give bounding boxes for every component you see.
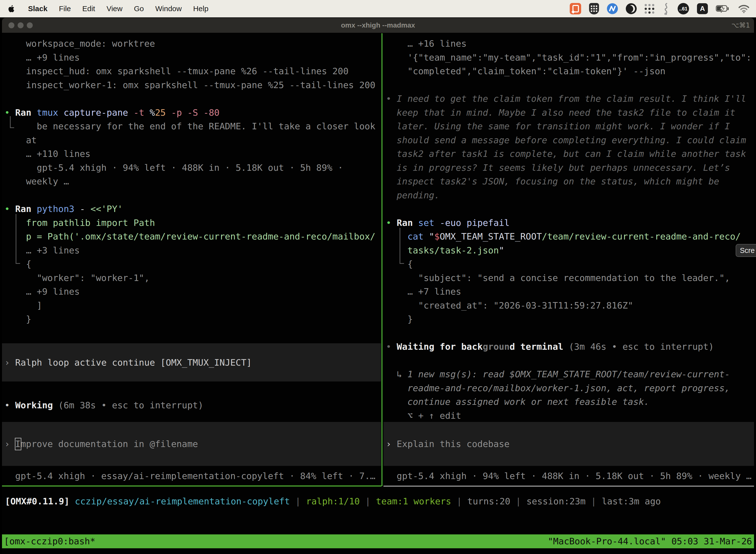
tmux-status-bar: [omx-cczip0:bash* "MacBook-Pro-44.local"… xyxy=(2,535,754,548)
terminal-line: inspect task2's JSON, focusing on the st… xyxy=(397,174,719,188)
terminal-line: should send a message before completing … xyxy=(397,133,746,147)
desktop-screen: Slack FileEditViewGoWindowHelp ..61 A om… xyxy=(0,0,756,554)
left-pane-bottom-border xyxy=(2,486,381,487)
terminal-line: • Ran set -euo pipefail xyxy=(386,216,510,230)
terminal-line: › Ralph loop active continue [OMX_TMUX_I… xyxy=(4,356,252,369)
terminal-line: later. Using the same for transition mig… xyxy=(397,119,730,133)
terminal-line: } xyxy=(407,312,413,326)
menu-item-edit[interactable]: Edit xyxy=(77,4,101,13)
terminal-line: cat "$OMX_TEAM_STATE_ROOT/team/review-cu… xyxy=(407,230,741,243)
menu-item-view[interactable]: View xyxy=(101,4,128,13)
terminal-line: › Improve documentation in @filename xyxy=(4,437,198,451)
terminal-line: … +7 lines xyxy=(407,285,461,298)
omx-session-status: [OMX#0.11.9] cczip/essay/ai-reimplementa… xyxy=(5,494,661,508)
text-cursor xyxy=(15,438,21,450)
terminal-line: • Working (6m 38s • esc to interrupt) xyxy=(4,398,203,412)
terminal-line: gpt-5.4 xhigh · 94% left · 488K in · 5.1… xyxy=(37,161,343,174)
squiggle-icon[interactable] xyxy=(662,2,670,15)
terminal-line: '{"team_name":"my-team","task_id":"1","f… xyxy=(407,51,752,64)
window-shortcut-hint: ⌥⌘1 xyxy=(732,18,750,33)
terminal-line: › Explain this codebase xyxy=(386,437,510,451)
input-source-icon[interactable]: A xyxy=(697,3,708,14)
badge-61-icon[interactable]: ..61 xyxy=(678,3,689,14)
terminal-line: • Ran python3 - <<'PY' xyxy=(4,202,123,216)
menu-item-go[interactable]: Go xyxy=(128,4,149,13)
terminal-line: "worker": "worker-1", xyxy=(37,271,149,285)
terminal-line: • Ran tmux capture-pane -t %25 -p -S -80 xyxy=(4,106,219,119)
menu-items: FileEditViewGoWindowHelp xyxy=(53,4,214,13)
terminal-line: } xyxy=(26,312,32,326)
menu-bar-status-icons: ..61 A xyxy=(570,2,750,15)
crescent-app-icon[interactable] xyxy=(626,3,637,14)
terminal-line: … +16 lines xyxy=(407,37,466,50)
tmux-host-and-clock: "MacBook-Pro-44.local" 05:03 31-Mar-26 xyxy=(548,535,752,548)
terminal-line: … +110 lines xyxy=(26,147,90,161)
terminal-line: pending. xyxy=(397,188,440,202)
blue-app-icon[interactable] xyxy=(607,3,618,14)
menu-item-file[interactable]: File xyxy=(53,4,76,13)
dots-grid-icon[interactable] xyxy=(645,4,654,14)
terminal-line: keep that in mind. Maybe I also need the… xyxy=(397,106,735,119)
output-connector-elbow xyxy=(399,228,404,264)
macos-menu-bar: Slack FileEditViewGoWindowHelp ..61 A xyxy=(0,0,756,17)
terminal-line: "created_at": "2026-03-31T11:59:27.816Z" xyxy=(418,298,633,312)
terminal-line: task2 after task1 is complete, but can I… xyxy=(397,147,746,161)
terminal-line: is in progress? It seems likely but perh… xyxy=(397,161,730,174)
terminal-line: … +3 lines xyxy=(26,243,80,257)
battery-icon[interactable] xyxy=(716,5,730,12)
output-connector-elbow xyxy=(16,214,20,264)
terminal-line: at xyxy=(26,133,37,147)
apple-menu-icon[interactable] xyxy=(8,4,15,13)
terminal-line: p = Path('.omx/state/team/review-current… xyxy=(26,230,376,243)
terminal-line: { xyxy=(26,257,32,271)
right-pane-bottom-border xyxy=(383,486,754,487)
terminal-line: ↳ 1 new msg(s): read $OMX_TEAM_STATE_ROO… xyxy=(397,367,730,381)
tmux-pane-divider[interactable] xyxy=(381,33,382,486)
terminal-line: ⌥ + ↑ edit xyxy=(407,409,461,423)
menu-app-name[interactable]: Slack xyxy=(22,4,53,13)
terminal-line: weekly … xyxy=(26,174,69,188)
menu-item-help[interactable]: Help xyxy=(188,4,214,13)
terminal-line: … +9 lines xyxy=(26,51,80,64)
terminal-line: "subject": "send a concise recommendatio… xyxy=(418,271,730,285)
menu-bar-menus: Slack FileEditViewGoWindowHelp xyxy=(6,4,214,13)
terminal-line: inspect_hud: omx sparkshell --tmux-pane … xyxy=(26,64,349,78)
tmux-session-name: [omx-cczip0:bash* xyxy=(4,535,95,548)
window-title: omx --xhigh --madmax xyxy=(2,18,754,33)
terminal-line: be necessary for the end of the README. … xyxy=(37,119,375,133)
screen-overlay-tooltip: Scre xyxy=(736,244,756,257)
terminal-line: readme-and-reco/mailbox/worker-1.json, a… xyxy=(407,381,730,395)
terminal-line: from pathlib import Path xyxy=(26,216,155,230)
terminal-line: • I need to get the claim token from the… xyxy=(386,92,746,106)
menu-item-window[interactable]: Window xyxy=(149,4,188,13)
terminal-line: workspace_mode: worktree xyxy=(26,37,155,50)
wifi-icon[interactable] xyxy=(738,4,750,13)
terminal-line: ] xyxy=(37,298,42,312)
screen-share-icon[interactable] xyxy=(570,3,581,14)
terminal-window-titlebar: omx --xhigh --madmax ⌥⌘1 xyxy=(2,18,754,33)
terminal-line: inspect_worker-1: omx sparkshell --tmux-… xyxy=(26,78,376,92)
terminal-line: … +9 lines xyxy=(26,285,80,298)
privacy-shield-icon[interactable] xyxy=(589,3,599,14)
terminal-line: gpt-5.4 xhigh · 94% left · 488K in · 5.1… xyxy=(397,469,751,483)
terminal-line: gpt-5.4 xhigh · essay/ai-reimplementatio… xyxy=(15,469,375,483)
terminal-line: tasks/task-2.json" xyxy=(407,243,504,257)
terminal-line: "completed","claim_token":"claim-token"}… xyxy=(407,64,666,78)
terminal-line: • Waiting for background terminal (3m 46… xyxy=(386,340,714,353)
terminal-line: continue assigned work or next feasible … xyxy=(407,395,649,408)
terminal-line: { xyxy=(407,257,413,271)
